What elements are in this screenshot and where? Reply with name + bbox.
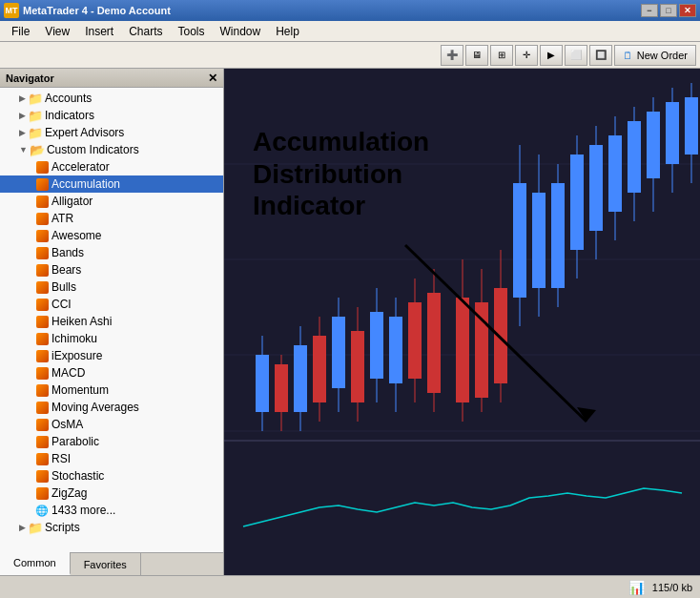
heiken-label: Heiken Ashi [51,315,112,328]
minimize-button[interactable]: − [641,4,658,17]
nav-custom-indicators[interactable]: ▼ 📂 Custom Indicators [0,141,223,158]
svg-rect-17 [608,135,622,212]
nav-item-awesome[interactable]: Awesome [0,227,223,244]
nav-item-parabolic[interactable]: Parabolic [0,433,223,450]
menu-help[interactable]: Help [268,23,307,40]
cci-label: CCI [51,298,72,311]
annotation-overlay: Accumulation Distribution Indicator [253,126,429,222]
svg-rect-13 [570,155,584,250]
window-controls: − □ ✕ [641,4,696,17]
bulls-icon [34,279,50,295]
iexposure-label: iExposure [51,349,102,362]
svg-rect-33 [256,355,269,412]
svg-rect-51 [427,293,441,393]
nav-item-stochastic[interactable]: Stochastic [0,467,223,485]
menu-insert[interactable]: Insert [77,23,121,40]
nav-item-accelerator[interactable]: Accelerator [0,158,223,175]
chart-area: Accumulation Distribution Indicator [224,69,700,575]
nav-item-more[interactable]: 🌐 1433 more... [0,502,223,519]
atr-icon [34,211,50,226]
ma-icon [34,400,50,415]
toolbar-btn-4[interactable]: ✛ [515,45,538,66]
toolbar-btn-1[interactable]: ➕ [441,45,463,66]
ichimoku-icon [34,331,50,346]
nav-item-momentum[interactable]: Momentum [0,381,223,399]
navigator-panel: Navigator ✕ ▶ 📁 Accounts ▶ 📁 Indicators … [0,69,224,575]
menu-window[interactable]: Window [213,23,269,40]
nav-item-cci[interactable]: CCI [0,296,223,313]
nav-item-ichimoku[interactable]: Ichimoku [0,330,223,347]
zigzag-icon [34,485,50,501]
rsi-icon [34,451,50,466]
nav-item-moving-averages[interactable]: Moving Averages [0,399,223,416]
alligator-icon [34,194,50,209]
nav-item-atr[interactable]: ATR [0,210,223,227]
nav-scripts[interactable]: ▶ 📁 Scripts [0,519,223,536]
app-title: MetaTrader 4 - Demo Account [23,5,641,16]
toolbar-btn-2[interactable]: 🖥 [465,45,488,66]
maximize-button[interactable]: □ [660,4,677,17]
tab-favorites[interactable]: Favorites [71,553,141,575]
toolbar-btn-7[interactable]: 🔲 [589,45,612,66]
svg-rect-27 [456,298,469,402]
expand-scripts-icon[interactable]: ▶ [19,523,26,532]
nav-item-heiken[interactable]: Heiken Ashi [0,313,223,330]
awesome-icon [34,228,50,243]
navigator-close-button[interactable]: ✕ [208,72,217,85]
cci-icon [34,297,50,312]
new-order-button[interactable]: 🗒 New Order [614,45,696,66]
iexposure-icon [34,348,50,363]
nav-item-bulls[interactable]: Bulls [0,278,223,296]
svg-rect-35 [275,364,288,412]
svg-rect-31 [494,288,507,383]
nav-indicators[interactable]: ▶ 📁 Indicators [0,107,223,124]
tab-common[interactable]: Common [0,552,71,575]
more-icon: 🌐 [34,503,50,518]
toolbar-btn-6[interactable]: ⬜ [565,45,587,66]
nav-item-iexposure[interactable]: iExposure [0,347,223,364]
svg-rect-37 [294,345,307,412]
nav-expert-advisors[interactable]: ▶ 📁 Expert Advisors [0,124,223,141]
menu-view[interactable]: View [37,23,77,40]
custom-indicators-label: Custom Indicators [47,143,139,156]
parabolic-label: Parabolic [51,435,99,448]
nav-item-bands[interactable]: Bands [0,244,223,261]
app-icon: MT [4,3,19,18]
toolbar-btn-3[interactable]: ⊞ [490,45,513,66]
custom-folder-icon: 📂 [30,142,45,157]
momentum-icon [34,382,50,398]
toolbar-btn-5[interactable]: ▶ [540,45,563,66]
ma-label: Moving Averages [51,401,139,414]
nav-item-bears[interactable]: Bears [0,261,223,278]
osma-icon [34,417,50,432]
accelerator-icon [34,159,50,175]
menu-tools[interactable]: Tools [171,23,213,40]
svg-rect-23 [666,102,679,164]
bands-icon [34,245,50,260]
expand-custom-icon[interactable]: ▼ [19,145,28,155]
accumulation-label: Accumulation [51,177,120,191]
more-label: 1433 more... [51,504,115,517]
svg-rect-47 [389,317,402,383]
nav-item-zigzag[interactable]: ZigZag [0,485,223,502]
svg-rect-21 [647,112,660,178]
nav-item-alligator[interactable]: Alligator [0,193,223,210]
nav-accounts[interactable]: ▶ 📁 Accounts [0,90,223,107]
expand-ea-icon[interactable]: ▶ [19,128,26,137]
navigator-body[interactable]: ▶ 📁 Accounts ▶ 📁 Indicators ▶ 📁 Expert A… [0,88,223,552]
close-button[interactable]: ✕ [679,4,696,17]
macd-label: MACD [51,366,85,380]
status-indicator-icon: 📊 [628,580,645,595]
nav-item-rsi[interactable]: RSI [0,450,223,467]
expand-accounts-icon[interactable]: ▶ [19,93,26,103]
menu-file[interactable]: File [4,23,37,40]
nav-item-osma[interactable]: OsMA [0,416,223,433]
scripts-label: Scripts [45,521,80,534]
nav-item-macd[interactable]: MACD [0,364,223,381]
nav-item-accumulation[interactable]: Accumulation [0,175,223,193]
indicators-folder-icon: 📁 [28,108,43,123]
macd-icon [34,365,50,381]
menu-charts[interactable]: Charts [121,23,170,40]
svg-rect-41 [332,317,345,388]
expand-indicators-icon[interactable]: ▶ [19,111,26,120]
